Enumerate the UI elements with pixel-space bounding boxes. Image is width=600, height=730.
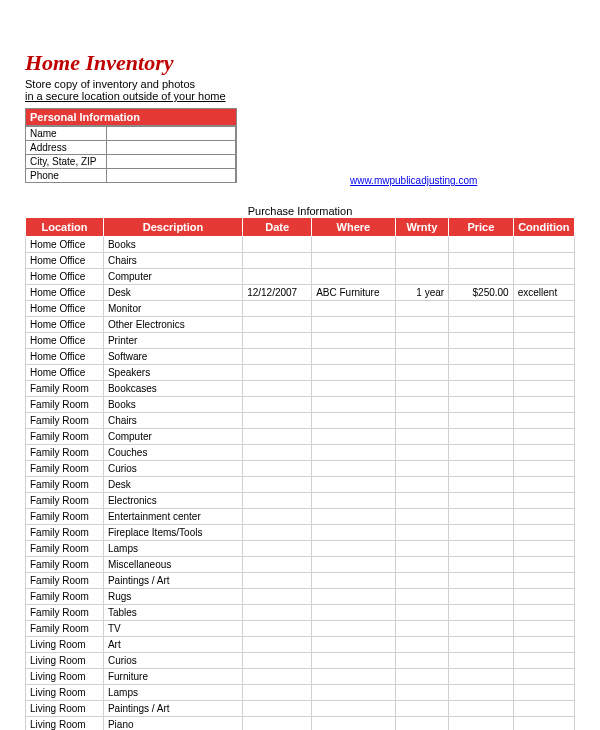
cell-date[interactable]	[243, 365, 312, 381]
cell-price[interactable]	[449, 317, 514, 333]
cell-desc[interactable]: Lamps	[103, 685, 242, 701]
table-row[interactable]: Living RoomArt	[26, 637, 575, 653]
table-row[interactable]: Home OfficeComputer	[26, 269, 575, 285]
cell-where[interactable]	[312, 509, 396, 525]
cell-date[interactable]	[243, 461, 312, 477]
cell-desc[interactable]: Speakers	[103, 365, 242, 381]
table-row[interactable]: Family RoomChairs	[26, 413, 575, 429]
cell-wrnty[interactable]	[395, 669, 448, 685]
cell-where[interactable]	[312, 477, 396, 493]
cell-price[interactable]	[449, 333, 514, 349]
cell-desc[interactable]: Lamps	[103, 541, 242, 557]
cell-wrnty[interactable]	[395, 365, 448, 381]
cell-cond[interactable]	[513, 317, 574, 333]
pi-field-address[interactable]	[107, 141, 236, 154]
cell-wrnty[interactable]	[395, 461, 448, 477]
cell-where[interactable]	[312, 605, 396, 621]
table-row[interactable]: Family RoomMiscellaneous	[26, 557, 575, 573]
cell-loc[interactable]: Family Room	[26, 477, 104, 493]
cell-date[interactable]	[243, 349, 312, 365]
table-row[interactable]: Living RoomLamps	[26, 685, 575, 701]
cell-loc[interactable]: Family Room	[26, 429, 104, 445]
cell-desc[interactable]: Tables	[103, 605, 242, 621]
cell-price[interactable]	[449, 589, 514, 605]
table-row[interactable]: Living RoomFurniture	[26, 669, 575, 685]
cell-desc[interactable]: Curios	[103, 461, 242, 477]
cell-date[interactable]	[243, 557, 312, 573]
cell-wrnty[interactable]	[395, 605, 448, 621]
cell-date[interactable]	[243, 381, 312, 397]
cell-cond[interactable]	[513, 621, 574, 637]
cell-where[interactable]	[312, 589, 396, 605]
cell-where[interactable]	[312, 557, 396, 573]
cell-desc[interactable]: Books	[103, 397, 242, 413]
cell-wrnty[interactable]	[395, 237, 448, 253]
table-row[interactable]: Family RoomDesk	[26, 477, 575, 493]
cell-wrnty[interactable]	[395, 541, 448, 557]
cell-desc[interactable]: Fireplace Items/Tools	[103, 525, 242, 541]
cell-wrnty[interactable]	[395, 525, 448, 541]
cell-date[interactable]	[243, 605, 312, 621]
cell-wrnty[interactable]	[395, 493, 448, 509]
cell-loc[interactable]: Family Room	[26, 413, 104, 429]
cell-price[interactable]	[449, 253, 514, 269]
cell-wrnty[interactable]	[395, 333, 448, 349]
cell-price[interactable]	[449, 397, 514, 413]
cell-date[interactable]	[243, 637, 312, 653]
cell-where[interactable]	[312, 269, 396, 285]
cell-where[interactable]	[312, 237, 396, 253]
cell-where[interactable]	[312, 541, 396, 557]
cell-where[interactable]: ABC Furniture	[312, 285, 396, 301]
cell-desc[interactable]: Electronics	[103, 493, 242, 509]
cell-where[interactable]	[312, 365, 396, 381]
cell-price[interactable]	[449, 381, 514, 397]
cell-where[interactable]	[312, 573, 396, 589]
cell-date[interactable]	[243, 653, 312, 669]
cell-cond[interactable]	[513, 557, 574, 573]
cell-cond[interactable]	[513, 573, 574, 589]
cell-loc[interactable]: Home Office	[26, 333, 104, 349]
cell-where[interactable]	[312, 637, 396, 653]
table-row[interactable]: Family RoomBookcases	[26, 381, 575, 397]
table-row[interactable]: Family RoomEntertainment center	[26, 509, 575, 525]
cell-where[interactable]	[312, 493, 396, 509]
cell-date[interactable]: 12/12/2007	[243, 285, 312, 301]
cell-loc[interactable]: Family Room	[26, 381, 104, 397]
cell-date[interactable]	[243, 621, 312, 637]
cell-wrnty[interactable]	[395, 701, 448, 717]
cell-price[interactable]	[449, 573, 514, 589]
table-row[interactable]: Family RoomCouches	[26, 445, 575, 461]
cell-loc[interactable]: Living Room	[26, 717, 104, 731]
cell-loc[interactable]: Family Room	[26, 493, 104, 509]
cell-loc[interactable]: Living Room	[26, 637, 104, 653]
cell-where[interactable]	[312, 717, 396, 731]
cell-price[interactable]: $250.00	[449, 285, 514, 301]
cell-desc[interactable]: Desk	[103, 477, 242, 493]
cell-loc[interactable]: Family Room	[26, 509, 104, 525]
table-row[interactable]: Living RoomPiano	[26, 717, 575, 731]
cell-wrnty[interactable]	[395, 685, 448, 701]
cell-date[interactable]	[243, 669, 312, 685]
cell-loc[interactable]: Home Office	[26, 365, 104, 381]
cell-price[interactable]	[449, 301, 514, 317]
cell-desc[interactable]: Computer	[103, 429, 242, 445]
cell-cond[interactable]	[513, 717, 574, 731]
cell-cond[interactable]	[513, 365, 574, 381]
pi-field-name[interactable]	[107, 127, 236, 140]
cell-where[interactable]	[312, 653, 396, 669]
cell-price[interactable]	[449, 653, 514, 669]
cell-price[interactable]	[449, 637, 514, 653]
cell-loc[interactable]: Family Room	[26, 397, 104, 413]
cell-price[interactable]	[449, 701, 514, 717]
cell-desc[interactable]: Software	[103, 349, 242, 365]
table-row[interactable]: Home OfficeBooks	[26, 237, 575, 253]
table-row[interactable]: Home OfficeSoftware	[26, 349, 575, 365]
table-row[interactable]: Family RoomPaintings / Art	[26, 573, 575, 589]
external-link[interactable]: www.mwpublicadjusting.com	[350, 175, 477, 186]
cell-date[interactable]	[243, 493, 312, 509]
cell-price[interactable]	[449, 557, 514, 573]
cell-wrnty[interactable]	[395, 589, 448, 605]
cell-wrnty[interactable]	[395, 429, 448, 445]
cell-desc[interactable]: Entertainment center	[103, 509, 242, 525]
cell-loc[interactable]: Family Room	[26, 621, 104, 637]
